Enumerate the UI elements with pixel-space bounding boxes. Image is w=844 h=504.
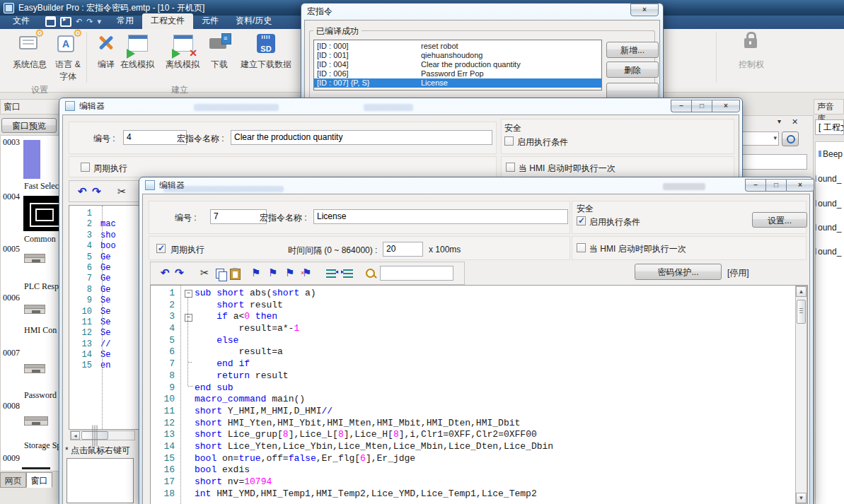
undo-icon[interactable] [78,185,87,198]
editor2-condition-checkbox[interactable] [577,216,586,225]
scrollbar-thumb[interactable] [797,300,806,324]
window-preview-button[interactable]: 窗口预览 [1,118,57,133]
close-icon[interactable] [630,4,659,16]
redo-icon[interactable] [175,266,184,279]
window-item-id[interactable]: 0008 [3,401,20,411]
sound-item[interactable]: ound_ [815,199,841,209]
macro-list-row[interactable]: [ID : 001]qiehuanshoudong [314,51,601,60]
bottom-tab-web[interactable]: 网页 [0,472,26,488]
redo-icon[interactable] [92,185,101,198]
tab-object[interactable]: 元件 [193,13,227,29]
code-line[interactable]: 12short HMI_Yten,HMI_Ybit,HMI_Mten,HMI_M… [151,418,807,430]
find-input[interactable] [380,266,453,281]
sound-item[interactable]: Beep [819,149,843,159]
code-line[interactable]: 7 end if [151,358,807,370]
minimize-icon[interactable] [671,100,691,112]
prev-bookmark-icon[interactable] [285,266,294,279]
window-thumbnail[interactable] [23,196,62,231]
toggle-bookmark-icon[interactable] [251,266,260,279]
maximize-icon[interactable] [691,100,712,112]
panel-combobox[interactable]: ▾ [739,131,779,146]
close-icon[interactable] [712,100,740,112]
window-item-id[interactable]: 0009 [3,453,20,464]
system-info-button[interactable]: ⚙ 系统信息 [8,32,51,71]
sound-filter-combobox[interactable]: [ 工程文 [815,119,844,135]
partial-button[interactable] [606,83,659,99]
add-macro-button[interactable]: 新增... [606,42,659,58]
code-line[interactable]: 16bool exdis [151,464,807,476]
delete-macro-button[interactable]: 删除 [606,61,659,78]
macro-list-row[interactable]: [ID : 007] {P, S}License [314,78,601,88]
sound-item[interactable]: ound_ [815,174,841,184]
editor1-condition-checkbox[interactable] [504,136,514,146]
editor2-periodic-checkbox[interactable] [156,244,166,253]
window-thumbnail[interactable] [22,467,50,469]
code-line[interactable]: 8 return result [151,370,807,382]
window-item-name[interactable]: Common [24,234,56,245]
next-bookmark-icon[interactable] [268,266,277,279]
save-icon[interactable] [45,16,56,27]
code-line[interactable]: 15bool on=true,off=false,Er_flg[6],Er_jd… [151,453,807,465]
cut-icon[interactable] [117,185,127,198]
editor2-startup-checkbox[interactable] [577,243,586,252]
copy-icon[interactable] [216,269,224,279]
clear-bookmarks-icon[interactable] [302,266,311,279]
editor2-id-field[interactable]: 7 [210,209,267,224]
close-icon[interactable] [786,179,814,192]
editor2-vscrollbar[interactable]: ▲ ▼ [795,286,807,504]
macro-list-row[interactable]: [ID : 004]Clear the production quantity [314,60,601,69]
offline-sim-button[interactable]: ✕ 离线模拟 [163,32,202,71]
editor1-startup-checkbox[interactable] [506,163,515,172]
sound-item[interactable]: ound_ [815,223,841,233]
window-item-id[interactable]: 0003 [3,137,20,148]
window-thumbnail[interactable] [24,364,45,373]
editor2-password-button[interactable]: 密码保护... [635,264,722,280]
code-line[interactable]: 9end sub [151,382,807,394]
code-line[interactable]: 5 else [151,335,807,347]
scroll-left-icon[interactable]: ◂ [71,431,80,440]
window-item-name[interactable]: Password [24,390,57,401]
window-item-id[interactable]: 0006 [3,293,20,303]
dropdown-caret-icon[interactable]: ▾ [97,18,101,25]
window-item-id[interactable]: 0004 [3,192,20,202]
window-item-id[interactable]: 0005 [3,244,20,254]
build-download-button[interactable]: SD 建立下载数据 [236,32,296,71]
sound-item[interactable]: ound_ [815,247,841,257]
editor2-interval-field[interactable]: 20 [383,242,423,257]
code-line[interactable]: 4 result=a*-1 [151,323,807,335]
editor2-code-area[interactable]: 1sub short abs(short a)2 short result3 i… [150,285,808,504]
editor2-settings-button[interactable]: 设置... [752,212,807,228]
outdent-icon[interactable] [343,269,353,278]
window-thumbnail[interactable] [24,416,48,426]
maximize-icon[interactable] [765,179,786,192]
indent-icon[interactable] [326,269,336,278]
window-item-id[interactable]: 0007 [3,348,20,358]
bottom-tab-window[interactable]: 窗口 [26,472,52,488]
panel-input[interactable] [739,154,807,170]
window-thumbnail[interactable] [23,140,40,179]
paste-icon[interactable] [230,269,241,280]
code-line[interactable]: 11short Y_HMI,M_HMI,D_HMI// [151,406,807,418]
code-line[interactable]: 10macro_command main() [151,394,807,406]
code-line[interactable]: 2 short result [151,300,807,312]
cut-icon[interactable] [200,266,209,279]
window-item-name[interactable]: HMI Con [24,325,57,336]
download-button[interactable]: 下载 [207,32,232,71]
scrollbar-thumb[interactable] [81,431,108,440]
window-item-name[interactable]: PLC Resp [24,281,59,292]
code-line[interactable]: 13short Lice_grup[8],Lice_L[8],Lice_H[8]… [151,429,807,441]
code-line[interactable]: 6 result=a [151,346,807,358]
panel-dropdown-icon[interactable]: ▾ [777,117,781,125]
editor1-hscrollbar[interactable]: ◂ [70,430,135,440]
language-font-button[interactable]: A⚙ 语言 & 字体 [51,32,85,83]
window-thumbnail[interactable] [24,254,45,263]
macro-list-row[interactable]: [ID : 006]Password Err Pop [314,69,601,78]
macro-list-row[interactable]: [ID : 000]reset robot [314,42,601,51]
panel-search-button[interactable] [782,131,799,146]
panel-close-icon[interactable]: ✕ [792,117,798,127]
code-line[interactable]: 1sub short abs(short a) [151,288,807,300]
code-line[interactable]: 18int HMI_YMD,HMI_Temp1,HMI_Temp2,Lice_Y… [151,488,807,500]
tab-project-file[interactable]: 工程文件 [142,13,193,29]
tab-common[interactable]: 常用 [108,13,142,29]
export-icon[interactable] [60,17,71,27]
